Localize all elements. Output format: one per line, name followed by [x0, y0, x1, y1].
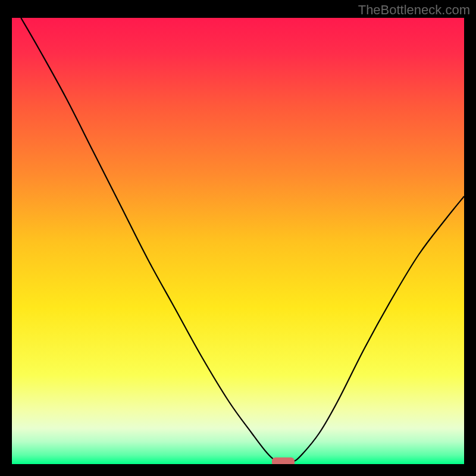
- optimal-marker: [272, 458, 295, 464]
- bottleneck-chart: [12, 18, 464, 464]
- plot-background: [12, 18, 464, 464]
- watermark-text: TheBottleneck.com: [358, 2, 470, 18]
- chart-container: TheBottleneck.com: [0, 0, 476, 476]
